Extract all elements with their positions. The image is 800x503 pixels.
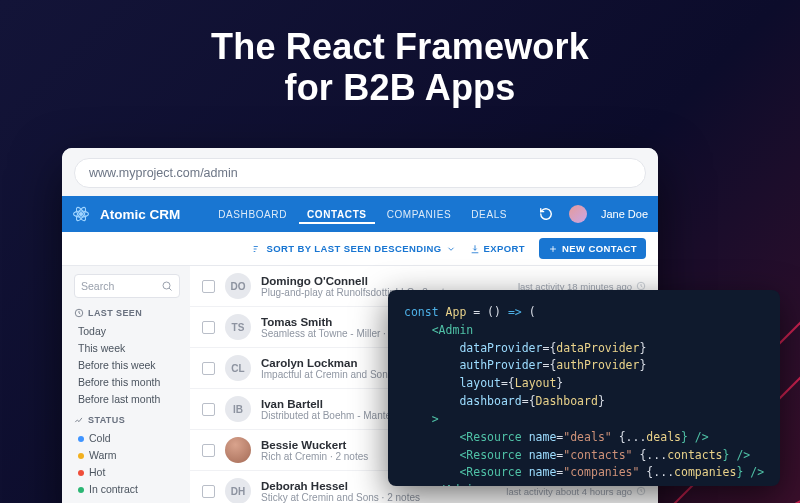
facet-item[interactable]: Warm — [74, 446, 180, 463]
facet-last-seen-head: LAST SEEN — [74, 308, 180, 318]
svg-point-4 — [163, 282, 170, 289]
trend-icon — [74, 415, 84, 425]
contact-avatar: DO — [225, 273, 251, 299]
chevron-down-icon — [446, 244, 456, 254]
user-name[interactable]: Jane Doe — [601, 208, 648, 220]
contact-avatar — [225, 437, 251, 463]
nav-deals[interactable]: DEALS — [463, 205, 515, 224]
search-icon — [161, 280, 173, 292]
facet-item[interactable]: Before this week — [74, 356, 180, 373]
clock-icon — [74, 308, 84, 318]
contact-avatar: CL — [225, 355, 251, 381]
row-checkbox[interactable] — [202, 321, 215, 334]
search-input[interactable]: Search — [74, 274, 180, 298]
hero-title: The React Framework for B2B Apps — [0, 0, 800, 109]
new-contact-button[interactable]: NEW CONTACT — [539, 238, 646, 259]
facet-item[interactable]: In contract — [74, 480, 180, 497]
facet-item[interactable]: Before last month — [74, 390, 180, 407]
facet-status-head: STATUS — [74, 415, 180, 425]
refresh-icon[interactable] — [539, 207, 553, 221]
app-brand: Atomic CRM — [100, 207, 180, 222]
facet-item[interactable]: Today — [74, 322, 180, 339]
svg-point-0 — [80, 213, 83, 216]
contact-avatar: IB — [225, 396, 251, 422]
facet-item[interactable]: Cold — [74, 429, 180, 446]
facet-item[interactable]: Hot — [74, 463, 180, 480]
contact-avatar: TS — [225, 314, 251, 340]
row-meta: last activity about 4 hours ago — [506, 486, 646, 497]
react-logo-icon — [72, 205, 90, 223]
export-button[interactable]: EXPORT — [470, 243, 525, 254]
nav-companies[interactable]: COMPANIES — [379, 205, 460, 224]
facet-item[interactable]: This week — [74, 339, 180, 356]
list-toolbar: SORT BY LAST SEEN DESCENDING EXPORT NEW … — [62, 232, 658, 266]
filter-sidebar: Search LAST SEEN Today This week Before … — [62, 266, 190, 503]
sort-button[interactable]: SORT BY LAST SEEN DESCENDING — [252, 243, 455, 254]
row-checkbox[interactable] — [202, 362, 215, 375]
main-nav: DASHBOARD CONTACTS COMPANIES DEALS — [210, 205, 515, 224]
facet-item[interactable]: Before this month — [74, 373, 180, 390]
user-avatar[interactable] — [569, 205, 587, 223]
row-checkbox[interactable] — [202, 485, 215, 498]
address-url: www.myproject.com/admin — [89, 166, 238, 180]
code-snippet: const App = () => ( <Admin dataProvider=… — [388, 290, 780, 486]
contact-avatar: DH — [225, 478, 251, 503]
nav-contacts[interactable]: CONTACTS — [299, 205, 375, 224]
nav-dashboard[interactable]: DASHBOARD — [210, 205, 295, 224]
download-icon — [470, 244, 480, 254]
app-header: Atomic CRM DASHBOARD CONTACTS COMPANIES … — [62, 196, 658, 232]
row-checkbox[interactable] — [202, 280, 215, 293]
clock-icon — [636, 486, 646, 496]
row-checkbox[interactable] — [202, 444, 215, 457]
address-bar[interactable]: www.myproject.com/admin — [74, 158, 646, 188]
row-checkbox[interactable] — [202, 403, 215, 416]
plus-icon — [548, 244, 558, 254]
